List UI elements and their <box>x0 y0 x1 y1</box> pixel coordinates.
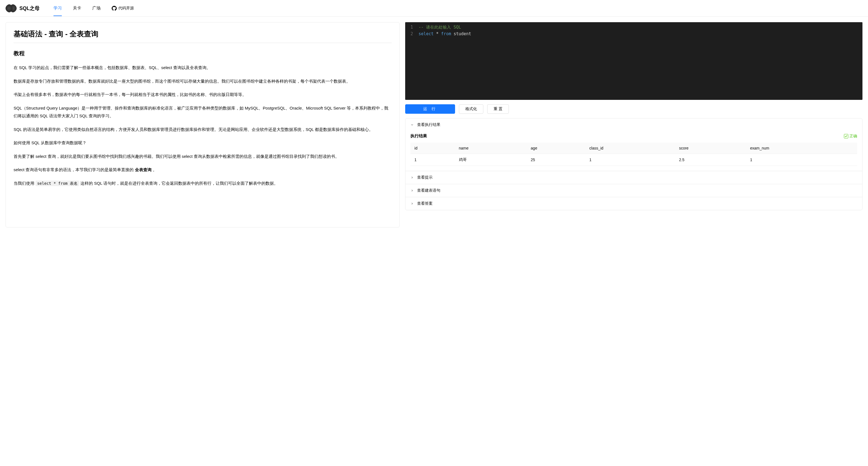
table-cell: 25 <box>527 154 585 166</box>
section-view-answer-label: 查看答案 <box>417 201 433 206</box>
lesson-p9: 当我们使用 select * from 表名 这样的 SQL 语句时，就是在进行… <box>13 179 392 187</box>
table-cell: 1 <box>410 154 455 166</box>
table-header: class_id <box>586 143 675 154</box>
nav-levels[interactable]: 关卡 <box>73 1 81 16</box>
github-icon <box>112 6 117 11</box>
main-area: 基础语法 - 查询 - 全表查询 教程 在 SQL 学习的起点，我们需要了解一些… <box>0 17 868 233</box>
editor-line: 2select * from student <box>405 30 863 37</box>
line-content[interactable]: -- 请在此处输入 SQL <box>418 24 863 30</box>
chevron-right-icon <box>410 189 414 192</box>
section-view-answer: 查看答案 <box>405 197 862 210</box>
section-view-result-header[interactable]: 查看执行结果 <box>405 118 862 131</box>
nav-links: 学习 关卡 广场 代码开源 <box>54 1 134 16</box>
line-number: 2 <box>405 30 418 37</box>
nav-github-label: 代码开源 <box>118 6 134 11</box>
result-group: 查看执行结果 执行结果 正确 idnameageclass_idscoree <box>405 118 863 210</box>
nav-github[interactable]: 代码开源 <box>112 6 134 11</box>
chevron-down-icon <box>410 123 414 126</box>
table-header: exam_num <box>746 143 857 154</box>
section-view-hint: 查看提示 <box>405 171 862 184</box>
table-cell: 1 <box>746 154 857 166</box>
lesson-p3: 书架上会有很多本书，数据表中的每一行就相当于一本书，每一列就相当于这本书的属性，… <box>13 91 392 99</box>
sql-editor[interactable]: 1-- 请在此处输入 SQL2select * from student <box>405 22 863 100</box>
section-view-ddl-header[interactable]: 查看建表语句 <box>405 184 862 197</box>
run-button[interactable]: 运 行 <box>405 104 455 114</box>
result-title: 执行结果 <box>410 134 427 139</box>
table-header: name <box>455 143 527 154</box>
section-view-ddl: 查看建表语句 <box>405 184 862 197</box>
lesson-p4: SQL（Structured Query Language）是一种用于管理、操作… <box>13 104 392 120</box>
section-view-hint-label: 查看提示 <box>417 175 433 180</box>
nav-square[interactable]: 广场 <box>92 1 101 16</box>
table-cell: 鸡哥 <box>455 154 527 166</box>
table-row: 1鸡哥2512.51 <box>410 154 857 166</box>
section-view-result: 查看执行结果 执行结果 正确 idnameageclass_idscoree <box>405 118 862 171</box>
result-table: idnameageclass_idscoreexam_num 1鸡哥2512.5… <box>410 143 857 166</box>
section-view-ddl-label: 查看建表语句 <box>417 188 440 193</box>
workspace-panel: 1-- 请在此处输入 SQL2select * from student 运 行… <box>405 22 863 210</box>
lesson-panel[interactable]: 基础语法 - 查询 - 全表查询 教程 在 SQL 学习的起点，我们需要了解一些… <box>5 22 400 228</box>
lesson-p8-bold: 全表查询 <box>135 167 152 172</box>
lesson-p9-code: select * from 表名 <box>35 181 79 186</box>
logo-icon <box>5 4 17 13</box>
result-header: 执行结果 正确 <box>410 134 857 139</box>
table-cell: 1 <box>586 154 675 166</box>
site-logo[interactable]: SQL之母 <box>5 4 40 13</box>
section-view-result-body: 执行结果 正确 idnameageclass_idscoreexam_num 1… <box>405 131 862 171</box>
lesson-p9-a: 当我们使用 <box>13 181 35 185</box>
table-header: age <box>527 143 585 154</box>
chevron-right-icon <box>410 202 414 205</box>
lesson-section-title: 教程 <box>13 50 392 57</box>
lesson-title: 基础语法 - 查询 - 全表查询 <box>13 29 392 43</box>
status-label: 正确 <box>849 134 857 139</box>
reset-button[interactable]: 重 置 <box>487 104 509 114</box>
nav-learn[interactable]: 学习 <box>54 1 62 16</box>
chevron-right-icon <box>410 176 414 179</box>
section-view-answer-header[interactable]: 查看答案 <box>405 197 862 210</box>
lesson-p2: 数据库是存放专门存放和管理数据的库。数据库就好比是一座大型的图书馆，而这个图书馆… <box>13 78 392 85</box>
table-header: id <box>410 143 455 154</box>
table-header: score <box>675 143 746 154</box>
lesson-p8-c: 。 <box>152 167 157 172</box>
status-badge: 正确 <box>844 134 857 139</box>
lesson-p8-a: select 查询语句有非常多的语法，本节我们学习的是最简单直接的 <box>13 167 135 172</box>
format-button[interactable]: 格式化 <box>459 104 483 114</box>
table-cell: 2.5 <box>675 154 746 166</box>
check-icon <box>844 134 848 138</box>
lesson-p5: SQL 的语法是简单易学的，它使用类似自然语言的结构，方便开发人员和数据库管理员… <box>13 126 392 134</box>
top-nav: SQL之母 学习 关卡 广场 代码开源 <box>0 0 868 17</box>
lesson-p6: 如何使用 SQL 从数据库中查询数据呢？ <box>13 139 392 147</box>
section-view-hint-header[interactable]: 查看提示 <box>405 171 862 184</box>
editor-line: 1-- 请在此处输入 SQL <box>405 24 863 30</box>
lesson-p7: 首先要了解 select 查询，就好比是我们要从图书馆中找到我们感兴趣的书籍。我… <box>13 152 392 161</box>
site-title: SQL之母 <box>20 5 40 12</box>
line-content[interactable]: select * from student <box>418 30 863 37</box>
action-buttons: 运 行 格式化 重 置 <box>405 104 863 114</box>
section-view-result-label: 查看执行结果 <box>417 122 440 127</box>
line-number: 1 <box>405 24 418 30</box>
lesson-p9-b: 这样的 SQL 语句时，就是在进行全表查询，它会返回数据表中的所有行，让我们可以… <box>79 181 278 185</box>
lesson-p8: select 查询语句有非常多的语法，本节我们学习的是最简单直接的 全表查询 。 <box>13 166 392 174</box>
lesson-p1: 在 SQL 学习的起点，我们需要了解一些基本概念，包括数据库、数据表、SQL、s… <box>13 64 392 72</box>
